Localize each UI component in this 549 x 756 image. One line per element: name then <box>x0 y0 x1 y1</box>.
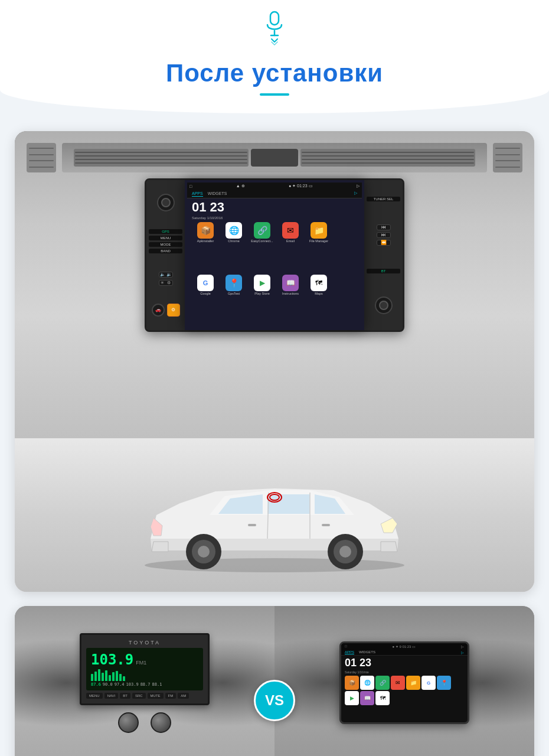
svg-rect-15 <box>322 524 330 526</box>
screen-tabs[interactable]: APPS WIDGETS ▷ <box>187 190 362 198</box>
screen-status-bar: □ ▲ ⊕ ● ✦ 01:23 ▭ ▷ <box>187 183 362 190</box>
before-panel: TOYOTA 103.9 FM1 <box>15 606 274 756</box>
svg-point-9 <box>339 546 351 558</box>
after-screen-time: 01 23 <box>341 656 468 670</box>
vs-badge: VS <box>254 680 295 721</box>
app-instructions[interactable]: 📖 Instructions <box>277 275 304 326</box>
svg-rect-0 <box>270 12 279 25</box>
after-panel: □ ● ✦ 9 01:23 ▭ ▷ APPS WIDGETS ▷ 01 23 S… <box>274 606 534 756</box>
mic-icon-wrap <box>264 11 285 46</box>
vs-text: VS <box>265 692 284 709</box>
app-playstore[interactable]: ▶ Play Store <box>249 275 276 326</box>
tab-widgets[interactable]: WIDGETS <box>208 191 227 197</box>
main-image-section: GPS MENU MODE BAND 🔈 🔉 ✳ ⚙ <box>15 131 534 592</box>
header-area: После установки <box>0 0 549 113</box>
app-google[interactable]: G Google <box>192 275 219 326</box>
before-after-section: TOYOTA 103.9 FM1 <box>15 606 534 756</box>
before-dashboard-bg: TOYOTA 103.9 FM1 <box>15 606 274 756</box>
app-apkinstaller[interactable]: 📦 Apkinstaller <box>192 222 219 273</box>
page-title: После установки <box>166 59 383 87</box>
car-scene <box>15 438 534 592</box>
before-brand-label: TOYOTA <box>86 640 203 646</box>
tab-apps[interactable]: APPS <box>192 191 203 197</box>
page-wrapper: После установки <box>0 0 549 756</box>
app-easyconnect[interactable]: 🔗 EasyConnect... <box>249 222 276 273</box>
app-email[interactable]: ✉ Email <box>277 222 304 273</box>
screen-time: 01 23 <box>187 198 362 216</box>
app-chrome[interactable]: 🌐 Chrome <box>220 222 247 273</box>
title-underline <box>260 93 289 96</box>
head-unit-screen: □ ▲ ⊕ ● ✦ 01:23 ▭ ▷ APPS WIDGETS ▷ 01 2 <box>185 180 364 330</box>
before-frequency: 103.9 <box>91 651 133 668</box>
car-dashboard-image: GPS MENU MODE BAND 🔈 🔉 ✳ ⚙ <box>15 131 534 438</box>
app-gpstest[interactable]: 📍 GpsTest <box>220 275 247 326</box>
before-band: FM1 <box>136 660 146 666</box>
svg-point-6 <box>198 546 210 558</box>
microphone-icon <box>264 11 285 46</box>
svg-point-3 <box>145 558 404 572</box>
car-image <box>121 456 428 574</box>
app-maps[interactable]: 🗺 Maps <box>305 275 332 326</box>
svg-rect-14 <box>248 524 256 526</box>
after-dashboard-bg: □ ● ✦ 9 01:23 ▭ ▷ APPS WIDGETS ▷ 01 23 S… <box>274 606 534 756</box>
app-filemanager[interactable]: 📁 File Manager <box>305 222 332 273</box>
apps-grid: 📦 Apkinstaller 🌐 Chrome 🔗 EasyConnect... <box>187 220 362 328</box>
